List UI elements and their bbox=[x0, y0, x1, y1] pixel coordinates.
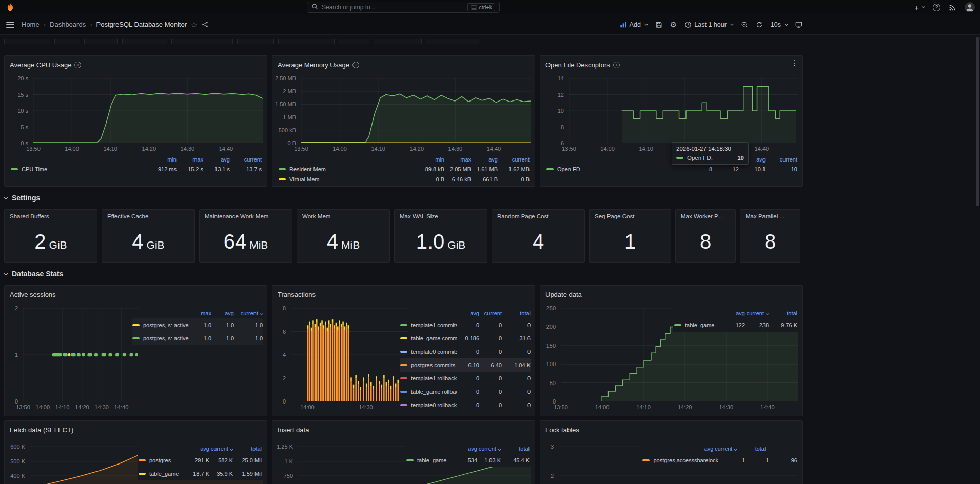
variable-dropdown[interactable] bbox=[84, 39, 118, 44]
panel-header[interactable]: Average Memory Usage i bbox=[272, 56, 535, 73]
series-label[interactable]: postgres bbox=[149, 457, 171, 463]
series-label[interactable]: Resident Mem bbox=[289, 166, 326, 172]
variable-dropdown[interactable] bbox=[339, 39, 369, 44]
series-label[interactable]: template1 rollbacks bbox=[411, 375, 457, 381]
panel-header[interactable]: Insert data bbox=[272, 421, 535, 438]
series-label[interactable]: postgres,accesssharelock bbox=[653, 457, 718, 463]
tick-label: 14:10 bbox=[639, 146, 653, 152]
panel-header[interactable]: Average CPU Usage i bbox=[5, 56, 267, 73]
scrollbar[interactable] bbox=[976, 37, 979, 206]
series-label[interactable]: postgres, s: active bbox=[143, 322, 189, 328]
plot-area[interactable] bbox=[33, 78, 263, 143]
series-label[interactable]: postgres commits bbox=[411, 362, 455, 368]
legend-header-current[interactable]: current bbox=[745, 310, 769, 316]
series-label[interactable]: table_game bbox=[149, 471, 179, 477]
legend-header-avg[interactable]: avg bbox=[186, 446, 209, 452]
legend-header-total[interactable]: total bbox=[737, 446, 766, 452]
variable-dropdown[interactable] bbox=[122, 39, 167, 44]
help-icon[interactable]: ? bbox=[933, 4, 940, 11]
stat-value-wrap: 1 bbox=[590, 223, 671, 259]
series-label[interactable]: template0 commits bbox=[411, 349, 457, 355]
search-input[interactable] bbox=[322, 4, 464, 11]
legend-header-max[interactable]: max bbox=[177, 156, 203, 163]
legend-header-current[interactable]: current bbox=[209, 446, 233, 452]
new-button[interactable]: + bbox=[914, 3, 925, 12]
panel-header[interactable]: Transactions bbox=[272, 286, 535, 303]
panel-header[interactable]: Open File Descriptors i bbox=[540, 56, 802, 73]
series-label[interactable]: table_game bbox=[417, 457, 447, 463]
legend-header-max[interactable]: max bbox=[444, 156, 471, 163]
breadcrumb-home[interactable]: Home bbox=[22, 21, 40, 28]
save-dashboard-icon[interactable] bbox=[655, 21, 662, 28]
search-box[interactable]: ctrl+k bbox=[307, 2, 500, 13]
legend-header-min[interactable]: min bbox=[150, 156, 177, 163]
kiosk-mode-icon[interactable] bbox=[795, 21, 802, 28]
zoom-out-icon[interactable] bbox=[741, 21, 748, 28]
variable-dropdown[interactable] bbox=[171, 39, 233, 44]
legend-header-avg[interactable]: avg bbox=[457, 310, 479, 316]
panel-header[interactable]: Lock tables bbox=[540, 421, 802, 438]
breadcrumb-dashboards[interactable]: Dashboards bbox=[50, 21, 86, 28]
legend-header-min[interactable]: min bbox=[418, 156, 444, 163]
legend-header-total[interactable]: total bbox=[502, 310, 531, 316]
variable-dropdown[interactable] bbox=[54, 39, 80, 44]
legend-header-current[interactable]: current bbox=[234, 310, 263, 316]
plot-area[interactable] bbox=[569, 78, 798, 143]
refresh-icon[interactable] bbox=[756, 21, 763, 28]
series-label[interactable]: template0 rollbacks bbox=[411, 402, 457, 408]
legend-header-current[interactable]: current bbox=[766, 156, 797, 163]
refresh-interval-picker[interactable]: 10s bbox=[771, 21, 788, 28]
panel-header[interactable]: Fetch data (SELECT) bbox=[5, 421, 267, 438]
panel-header[interactable]: Active sessions bbox=[5, 286, 267, 303]
variable-dropdown[interactable] bbox=[278, 39, 335, 44]
legend-header-total[interactable]: total bbox=[769, 310, 797, 316]
legend-header-avg[interactable]: avg bbox=[721, 310, 745, 316]
legend-header-max[interactable]: max bbox=[189, 310, 211, 316]
legend-header-total[interactable]: total bbox=[233, 446, 262, 452]
variable-dropdown[interactable] bbox=[426, 39, 479, 44]
legend-header-avg[interactable]: avg bbox=[211, 310, 234, 316]
plot-area[interactable] bbox=[23, 308, 140, 401]
variable-dropdown[interactable] bbox=[237, 39, 274, 44]
series-label[interactable]: Virtual Mem bbox=[289, 176, 319, 183]
share-icon[interactable] bbox=[202, 21, 208, 28]
info-icon[interactable]: i bbox=[613, 62, 620, 68]
series-label[interactable]: table_game commits bbox=[411, 335, 457, 341]
legend-header-avg[interactable]: avg bbox=[690, 446, 713, 452]
legend-header-avg[interactable]: avg bbox=[471, 156, 498, 163]
plot-area[interactable] bbox=[291, 308, 408, 401]
info-icon[interactable]: i bbox=[352, 62, 359, 68]
legend-header-current[interactable]: current bbox=[498, 156, 530, 163]
panel-header[interactable]: Update data bbox=[540, 286, 802, 303]
series-label[interactable]: template1 commits bbox=[411, 322, 457, 328]
legend-header-avg[interactable]: avg bbox=[454, 446, 477, 452]
time-range-picker[interactable]: Last 1 hour bbox=[684, 21, 733, 28]
news-icon[interactable] bbox=[949, 4, 956, 11]
legend-header-current[interactable]: current bbox=[713, 446, 737, 452]
add-panel-button[interactable]: Add bbox=[620, 21, 648, 28]
legend-header-current[interactable]: current bbox=[479, 310, 502, 316]
legend-header-current[interactable]: current bbox=[230, 156, 262, 163]
menu-toggle-icon[interactable] bbox=[6, 22, 14, 28]
panel-menu-icon[interactable]: ⋮ bbox=[791, 59, 798, 66]
legend-value: 1.03 K bbox=[477, 457, 501, 463]
user-avatar[interactable] bbox=[965, 2, 975, 12]
info-icon[interactable]: i bbox=[74, 62, 81, 68]
favorite-star-icon[interactable]: ☆ bbox=[191, 21, 198, 29]
series-label[interactable]: postgres, s: active bbox=[143, 335, 189, 341]
dashboard-settings-icon[interactable]: ⚙ bbox=[670, 20, 677, 29]
section-header-database-stats[interactable]: Database Stats bbox=[4, 267, 803, 281]
variable-dropdown[interactable] bbox=[374, 39, 422, 44]
legend-header-current[interactable]: current bbox=[477, 446, 501, 452]
tick-label: 1.25 K bbox=[277, 443, 293, 450]
series-label[interactable]: table_game rollbacks bbox=[411, 389, 457, 395]
variable-dropdown[interactable] bbox=[4, 39, 50, 44]
legend-header-avg[interactable]: avg bbox=[203, 156, 230, 163]
section-header-settings[interactable]: Settings bbox=[4, 191, 803, 205]
series-label[interactable]: CPU Time bbox=[22, 166, 47, 172]
grafana-logo-icon[interactable] bbox=[5, 2, 15, 12]
series-label[interactable]: table_game bbox=[685, 322, 715, 328]
legend-header-total[interactable]: total bbox=[501, 446, 530, 452]
plot-area[interactable] bbox=[301, 78, 531, 143]
series-label[interactable]: Open FD bbox=[557, 166, 580, 172]
